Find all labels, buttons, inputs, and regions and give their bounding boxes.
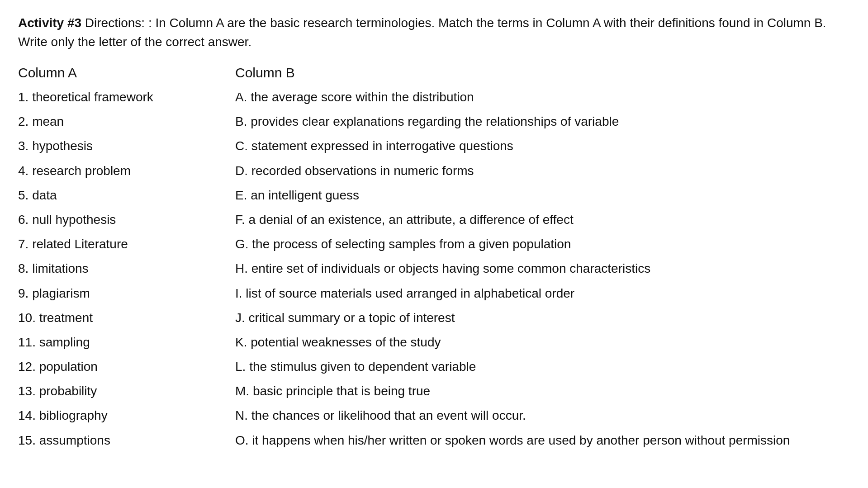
column-b-item: A. the average score within the distribu… [235,85,850,109]
column-b-item: M. basic principle that is being true [235,379,850,403]
column-a-list: 1. theoretical framework2. mean3. hypoth… [18,85,235,453]
column-b-item: L. the stimulus given to dependent varia… [235,355,850,379]
column-a-item: 6. null hypothesis [18,208,235,232]
column-a-item: 1. theoretical framework [18,85,235,109]
column-a: Column A 1. theoretical framework2. mean… [18,65,235,453]
columns-container: Column A 1. theoretical framework2. mean… [18,65,850,453]
column-b-header: Column B [235,65,850,81]
activity-label: Activity #3 [18,16,81,30]
directions-text: Directions: : In Column A are the basic … [18,16,826,49]
column-a-item: 11. sampling [18,330,235,355]
column-a-item: 5. data [18,183,235,208]
column-a-item: 7. related Literature [18,232,235,256]
column-a-item: 10. treatment [18,306,235,330]
instructions-block: Activity #3 Directions: : In Column A ar… [18,14,850,52]
column-b-item: E. an intelligent guess [235,183,850,208]
column-b: Column B A. the average score within the… [235,65,850,453]
column-b-item: H. entire set of individuals or objects … [235,256,850,281]
column-a-item: 9. plagiarism [18,281,235,306]
column-b-item: I. list of source materials used arrange… [235,281,850,306]
column-a-item: 2. mean [18,109,235,134]
column-a-item: 14. bibliography [18,403,235,428]
column-b-item: G. the process of selecting samples from… [235,232,850,256]
column-b-item: J. critical summary or a topic of intere… [235,306,850,330]
column-a-item: 13. probability [18,379,235,403]
column-b-item: N. the chances or likelihood that an eve… [235,403,850,428]
column-a-item: 3. hypothesis [18,134,235,158]
column-b-item: K. potential weaknesses of the study [235,330,850,355]
column-b-item: B. provides clear explanations regarding… [235,109,850,134]
column-a-item: 4. research problem [18,159,235,183]
column-b-item: D. recorded observations in numeric form… [235,159,850,183]
column-b-item: O. it happens when his/her written or sp… [235,428,850,453]
column-a-item: 12. population [18,355,235,379]
column-a-item: 15. assumptions [18,428,235,453]
column-a-item: 8. limitations [18,256,235,281]
column-b-item: F. a denial of an existence, an attribut… [235,208,850,232]
column-b-list: A. the average score within the distribu… [235,85,850,453]
column-a-header: Column A [18,65,235,81]
column-b-item: C. statement expressed in interrogative … [235,134,850,158]
